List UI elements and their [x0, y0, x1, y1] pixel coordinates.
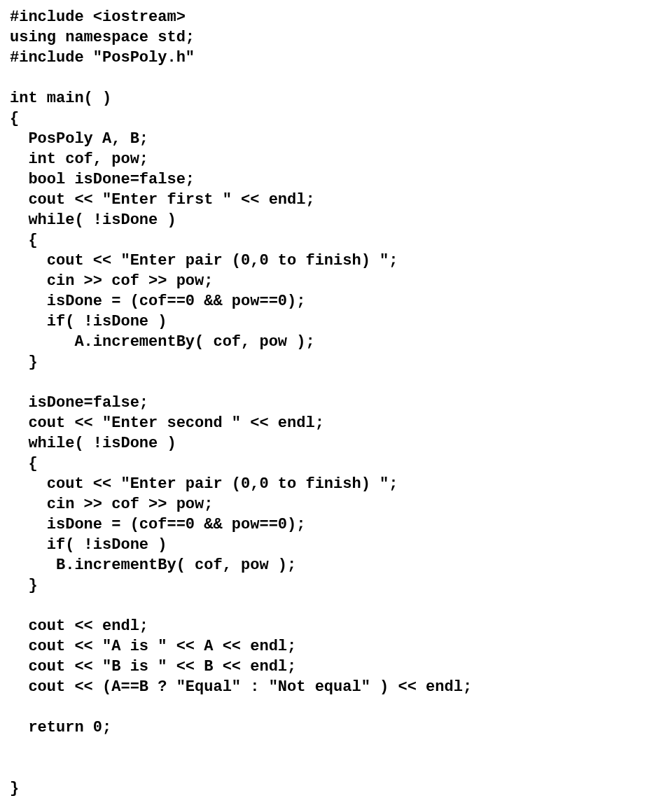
- code-line: cout << "Enter second " << endl;: [10, 413, 644, 433]
- code-line: B.incrementBy( cof, pow );: [10, 555, 644, 575]
- code-line: isDone = (cof==0 && pow==0);: [10, 291, 644, 312]
- code-line: isDone=false;: [10, 393, 644, 413]
- code-line: [10, 738, 644, 758]
- code-line: cout << (A==B ? "Equal" : "Not equal" ) …: [10, 677, 644, 697]
- code-line: [10, 697, 644, 718]
- code-line: #include "PosPoly.h": [10, 48, 644, 68]
- code-line: {: [10, 454, 644, 474]
- code-line: {: [10, 108, 644, 129]
- code-line: A.incrementBy( cof, pow );: [10, 332, 644, 352]
- code-line: if( !isDone ): [10, 312, 644, 332]
- code-line: cout << "A is " << A << endl;: [10, 636, 644, 657]
- code-block: #include <iostream>using namespace std;#…: [0, 0, 654, 806]
- code-line: cout << "Enter pair (0,0 to finish) ";: [10, 474, 644, 494]
- code-line: PosPoly A, B;: [10, 129, 644, 149]
- code-line: [10, 68, 644, 88]
- code-line: cin >> cof >> pow;: [10, 271, 644, 291]
- code-line: isDone = (cof==0 && pow==0);: [10, 514, 644, 535]
- code-line: [10, 758, 644, 778]
- code-line: }: [10, 778, 644, 799]
- code-line: while( !isDone ): [10, 433, 644, 454]
- code-line: [10, 372, 644, 393]
- code-line: int main( ): [10, 88, 644, 108]
- code-line: }: [10, 352, 644, 372]
- code-line: }: [10, 575, 644, 596]
- code-line: cout << endl;: [10, 616, 644, 636]
- code-line: using namespace std;: [10, 27, 644, 48]
- code-line: bool isDone=false;: [10, 169, 644, 190]
- code-line: {: [10, 230, 644, 251]
- code-line: cout << "Enter pair (0,0 to finish) ";: [10, 251, 644, 271]
- code-line: int cof, pow;: [10, 149, 644, 169]
- code-line: cin >> cof >> pow;: [10, 494, 644, 514]
- code-line: return 0;: [10, 718, 644, 738]
- code-line: if( !isDone ): [10, 535, 644, 555]
- code-line: while( !isDone ): [10, 210, 644, 230]
- code-line: #include <iostream>: [10, 7, 644, 27]
- code-line: cout << "B is " << B << endl;: [10, 657, 644, 677]
- code-line: [10, 596, 644, 616]
- code-line: cout << "Enter first " << endl;: [10, 190, 644, 210]
